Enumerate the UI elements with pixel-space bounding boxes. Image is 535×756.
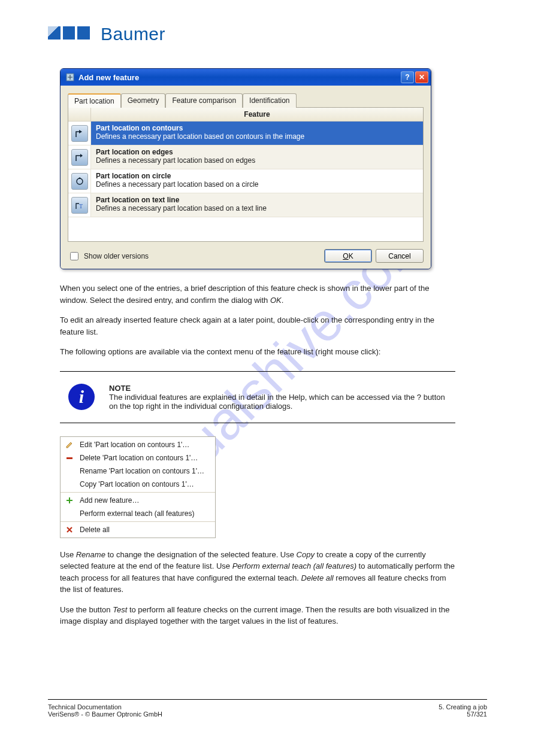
feature-panel: Feature Part location on contours Define… [68, 107, 424, 242]
footer-left-line1: Technical Documentation [48, 703, 439, 711]
add-feature-dialog: Add new feature ? ✕ Part location Geomet… [60, 68, 431, 269]
contours-icon [71, 125, 88, 142]
show-older-checkbox[interactable]: Show older versions [68, 250, 149, 262]
minus-icon [64, 453, 75, 463]
brand-name: Baumer [101, 24, 165, 44]
menu-item-delete[interactable]: Delete 'Part location on contours 1'… [61, 451, 215, 464]
feature-column-label: Feature [91, 108, 423, 121]
menu-item-delete-all[interactable]: Delete all [61, 523, 215, 536]
plus-icon [64, 496, 75, 505]
blank-icon [64, 479, 75, 489]
edges-icon [71, 149, 88, 166]
menu-item-label: Delete 'Part location on contours 1'… [80, 454, 198, 462]
svg-text:T: T [79, 203, 83, 210]
show-older-label: Show older versions [84, 252, 149, 260]
after-menu-text: Use Rename to change the designation of … [60, 549, 455, 627]
blank-icon [64, 466, 75, 476]
footer-left-line2: VeriSens® - © Baumer Optronic GmbH [48, 711, 439, 718]
feature-desc: Defines a necessary part location based … [96, 132, 418, 141]
cancel-button[interactable]: Cancel [376, 249, 424, 263]
menu-item-copy[interactable]: Copy 'Part location on contours 1'… [61, 478, 215, 491]
feature-row-text-line[interactable]: T Part location on text line Defines a n… [68, 193, 423, 217]
delete-x-icon [64, 525, 75, 535]
feature-title: Part location on edges [96, 148, 418, 156]
svg-point-1 [77, 178, 83, 184]
close-button[interactable]: ✕ [415, 71, 428, 83]
brand-logo-mark [48, 26, 90, 42]
paragraph-3: The following options are available via … [60, 346, 443, 358]
menu-item-label: Rename 'Part location on contours 1'… [80, 467, 204, 475]
help-button[interactable]: ? [401, 71, 414, 83]
circle-icon [71, 173, 88, 190]
text-line-icon: T [71, 197, 88, 214]
dialog-title: Add new feature [78, 73, 401, 82]
paragraph-1: When you select one of the entries, a br… [60, 283, 443, 306]
blank-icon [64, 509, 75, 518]
feature-desc: Defines a necessary part location based … [96, 156, 418, 165]
show-older-input[interactable] [70, 252, 78, 260]
body-text: When you select one of the entries, a br… [60, 283, 443, 358]
tab-identification[interactable]: Identification [243, 93, 296, 108]
ok-button[interactable]: OK [324, 249, 372, 263]
menu-item-rename[interactable]: Rename 'Part location on contours 1'… [61, 464, 215, 478]
feature-table-header: Feature [68, 108, 423, 122]
menu-item-label: Edit 'Part location on contours 1'… [80, 441, 189, 449]
paragraph-after-2: Use the button Test to perform all featu… [60, 604, 455, 627]
menu-item-label: Copy 'Part location on contours 1'… [80, 480, 194, 488]
tab-feature-comparison[interactable]: Feature comparison [165, 93, 243, 108]
paragraph-2: To edit an already inserted feature chec… [60, 314, 443, 338]
feature-title: Part location on circle [96, 172, 418, 180]
feature-title: Part location on contours [96, 124, 418, 132]
feature-title: Part location on text line [96, 196, 418, 204]
note-box: i NOTE The individual features are expla… [60, 371, 455, 423]
dialog-tabs: Part location Geometry Feature compariso… [68, 93, 424, 108]
feature-list: Part location on contours Defines a nece… [68, 122, 423, 241]
info-icon: i [68, 384, 95, 410]
pencil-icon [64, 440, 75, 450]
svg-rect-3 [67, 457, 72, 459]
menu-item-label: Perform external teach (all features) [80, 509, 194, 518]
dialog-icon [65, 72, 75, 82]
footer-right-line1: 5. Creating a job [439, 703, 487, 711]
feature-row-circle[interactable]: Part location on circle Defines a necess… [68, 169, 423, 193]
tab-geometry[interactable]: Geometry [121, 93, 166, 108]
page-footer: Technical Documentation VeriSens® - © Ba… [48, 699, 487, 718]
dialog-titlebar: Add new feature ? ✕ [61, 69, 431, 86]
feature-desc: Defines a necessary part location based … [96, 204, 418, 212]
context-menu: Edit 'Part location on contours 1'… Dele… [60, 436, 216, 538]
paragraph-after-1: Use Rename to change the designation of … [60, 549, 455, 596]
menu-item-edit[interactable]: Edit 'Part location on contours 1'… [61, 438, 215, 451]
note-text: NOTE The individual features are explain… [109, 384, 447, 411]
menu-item-add-feature[interactable]: Add new feature… [61, 494, 215, 507]
menu-item-label: Add new feature… [80, 496, 139, 505]
feature-row-edges[interactable]: Part location on edges Defines a necessa… [68, 145, 423, 169]
brand-header: Baumer [48, 24, 487, 44]
tab-part-location[interactable]: Part location [68, 93, 121, 108]
footer-right-line2: 57/321 [439, 711, 487, 718]
menu-item-external-teach[interactable]: Perform external teach (all features) [61, 507, 215, 520]
feature-row-contours[interactable]: Part location on contours Defines a nece… [68, 122, 423, 145]
menu-item-label: Delete all [80, 526, 110, 534]
feature-desc: Defines a necessary part location based … [96, 180, 418, 189]
